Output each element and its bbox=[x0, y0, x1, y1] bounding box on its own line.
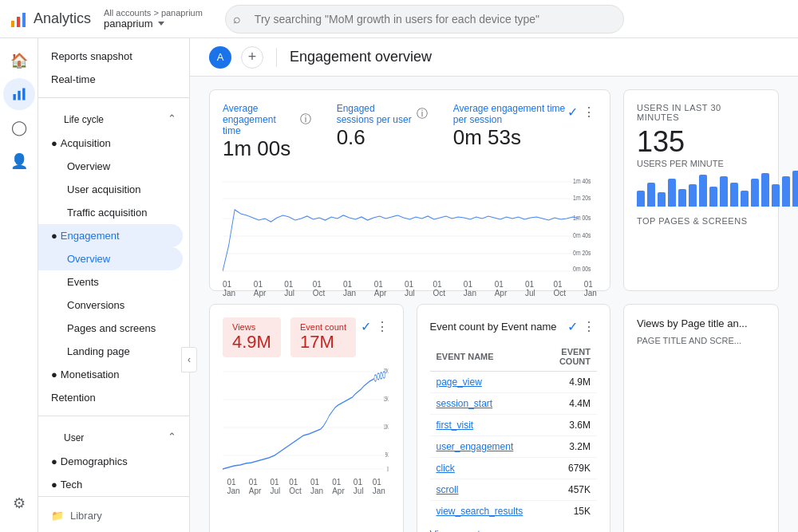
svg-text:0m 20s: 0m 20s bbox=[573, 249, 591, 257]
svg-rect-0 bbox=[11, 21, 14, 27]
event-name-cell[interactable]: click bbox=[430, 458, 530, 479]
event-name-cell[interactable]: first_visit bbox=[430, 415, 530, 436]
sidebar-item-events[interactable]: Events bbox=[38, 270, 189, 294]
mini-bar bbox=[709, 187, 717, 207]
event-name-link[interactable]: first_visit bbox=[437, 420, 474, 431]
search-bar: ⌕ bbox=[225, 5, 624, 33]
engaged-sessions-value: 0.6 bbox=[337, 125, 428, 150]
avatar: A bbox=[209, 46, 231, 69]
mini-bar bbox=[658, 192, 666, 207]
event-count-cell: 679K bbox=[529, 458, 597, 479]
nav-explore-icon[interactable]: ◯ bbox=[3, 112, 35, 144]
sidebar-item-pages-screens[interactable]: Pages and screens bbox=[38, 317, 189, 340]
user-section-title: User bbox=[51, 426, 97, 447]
event-name-cell[interactable]: user_engagement bbox=[430, 436, 530, 458]
account-selector[interactable]: All accounts > panaprium panaprium bbox=[104, 8, 203, 30]
event-name-link[interactable]: user_engagement bbox=[437, 441, 514, 452]
event-name-cell[interactable]: scroll bbox=[430, 479, 530, 501]
sidebar-item-engagement-overview[interactable]: Overview bbox=[38, 247, 183, 270]
event-count-cell: 4.9M bbox=[529, 372, 597, 393]
engagement-card-controls: ✓ ⋮ bbox=[567, 103, 597, 121]
table-row: page_view 4.9M bbox=[430, 372, 598, 393]
sidebar-group-monetisation[interactable]: ● Monetisation bbox=[38, 363, 189, 386]
sidebar-item-real-time[interactable]: Real-time bbox=[38, 68, 189, 91]
event-table-collapse-btn[interactable]: ⋮ bbox=[581, 317, 597, 336]
search-icon: ⌕ bbox=[233, 12, 241, 26]
users-per-minute-chart bbox=[637, 175, 765, 207]
views-metric: Views 4.9M bbox=[223, 317, 281, 357]
svg-rect-4 bbox=[18, 91, 20, 100]
engagement-card: Average engagement time ⓘ 1m 00s Engaged… bbox=[209, 89, 610, 291]
help-icon-2[interactable]: ⓘ bbox=[417, 107, 428, 121]
check-circle-icon-2[interactable]: ✓ bbox=[361, 319, 371, 334]
event-count-cell: 15K bbox=[529, 501, 597, 522]
engagement-chart-svg: 1m 40s 1m 20s 1m 00s 0m 40s 0m 20s 0m 00… bbox=[223, 174, 597, 278]
event-name-cell[interactable]: view_search_results bbox=[430, 501, 530, 522]
event-name-cell[interactable]: session_start bbox=[430, 393, 530, 415]
account-name: panaprium bbox=[104, 18, 203, 30]
events-x-labels: 01Jan 01Apr 01Jul 01Oct 01Jan 01Apr 01Ju… bbox=[223, 478, 390, 495]
sidebar-item-retention[interactable]: Retention bbox=[38, 386, 189, 409]
bottom-cards-row: Views 4.9M Event count 17M ✓ ⋮ bbox=[209, 304, 779, 532]
mini-bar bbox=[720, 176, 728, 207]
sidebar-group-demographics[interactable]: ● Demographics bbox=[38, 450, 189, 473]
avg-engagement-label: Average engagement time ⓘ bbox=[223, 103, 311, 136]
event-count-table: EVENT NAME EVENT COUNT page_view 4.9M se… bbox=[430, 342, 598, 522]
engagement-chart: 1m 40s 1m 20s 1m 00s 0m 40s 0m 20s 0m 00… bbox=[223, 174, 597, 278]
engagement-card-collapse-btn[interactable]: ⋮ bbox=[581, 103, 597, 121]
lifecycle-section-title: Life cycle bbox=[51, 108, 117, 128]
event-count-cell: 3.2M bbox=[529, 436, 597, 458]
event-count-cell: 3.6M bbox=[529, 415, 597, 436]
sidebar-collapse-button[interactable]: ‹ bbox=[181, 347, 197, 372]
nav-ads-icon[interactable]: 👤 bbox=[3, 145, 35, 177]
event-table-card: Event count by Event name ✓ ⋮ EVENT NAME… bbox=[417, 304, 611, 532]
sidebar-group-tech[interactable]: ● Tech bbox=[38, 473, 189, 496]
nav-home-icon[interactable]: 🏠 bbox=[3, 45, 35, 77]
sidebar-item-user-acquisition[interactable]: User acquisition bbox=[38, 178, 189, 201]
event-name-cell[interactable]: page_view bbox=[430, 372, 530, 393]
table-row: first_visit 3.6M bbox=[430, 415, 598, 436]
add-button[interactable]: + bbox=[241, 46, 263, 69]
logo-area: Analytics bbox=[10, 10, 91, 29]
settings-icon[interactable]: ⚙ bbox=[3, 487, 35, 519]
events-chart-card: Views 4.9M Event count 17M ✓ ⋮ bbox=[209, 304, 404, 532]
event-name-link[interactable]: click bbox=[437, 463, 455, 474]
pages-card-title: Views by Page title an... bbox=[637, 317, 765, 329]
sidebar-item-reports-snapshot[interactable]: Reports snapshot bbox=[38, 45, 189, 68]
table-row: session_start 4.4M bbox=[430, 393, 598, 415]
sidebar-group-acquisition[interactable]: ● Acquisition bbox=[38, 132, 189, 155]
nav-reports-icon[interactable] bbox=[3, 78, 35, 110]
sidebar-item-conversions[interactable]: Conversions bbox=[38, 294, 189, 317]
sidebar-item-landing-page[interactable]: Landing page bbox=[38, 340, 189, 363]
event-name-link[interactable]: page_view bbox=[437, 376, 482, 388]
sidebar-divider-2 bbox=[38, 416, 189, 416]
sidebar-item-library[interactable]: 📁 Library bbox=[51, 503, 176, 528]
sidebar-item-overview[interactable]: Overview bbox=[38, 155, 189, 178]
check-circle-icon[interactable]: ✓ bbox=[567, 104, 578, 120]
mini-bar bbox=[637, 191, 645, 207]
event-name-link[interactable]: view_search_results bbox=[437, 506, 523, 517]
events-card-collapse-btn[interactable]: ⋮ bbox=[374, 317, 390, 336]
user-collapse-icon[interactable]: ⌃ bbox=[168, 431, 176, 443]
event-name-link[interactable]: scroll bbox=[437, 484, 459, 495]
main-layout: 🏠 ◯ 👤 ⚙ Reports snapshot Real-time Life … bbox=[0, 38, 798, 532]
help-icon[interactable]: ⓘ bbox=[300, 112, 311, 127]
table-row: user_engagement 3.2M bbox=[430, 436, 598, 458]
events-metrics-row: Views 4.9M Event count 17M bbox=[223, 317, 356, 357]
library-icon: 📁 bbox=[51, 510, 64, 522]
events-chart: 20K 15K 10K 5K 0 bbox=[223, 364, 390, 475]
event-count-value: 17M bbox=[300, 332, 346, 353]
events-card-controls: ✓ ⋮ bbox=[361, 317, 390, 336]
text-sidebar: Reports snapshot Real-time Life cycle ⌃ … bbox=[38, 38, 190, 532]
bullet-tech-icon: ● bbox=[51, 479, 57, 491]
check-circle-icon-3[interactable]: ✓ bbox=[567, 319, 578, 334]
event-count-cell: 457K bbox=[529, 479, 597, 501]
lifecycle-collapse-icon[interactable]: ⌃ bbox=[168, 112, 176, 124]
sidebar-group-engagement[interactable]: ● Engagement bbox=[38, 224, 183, 247]
sidebar-item-traffic-acquisition[interactable]: Traffic acquisition bbox=[38, 201, 189, 224]
event-name-link[interactable]: session_start bbox=[437, 398, 493, 409]
search-input[interactable] bbox=[225, 5, 624, 33]
view-events-link[interactable]: View events → bbox=[430, 522, 598, 532]
app-title: Analytics bbox=[34, 10, 91, 27]
icon-sidebar: 🏠 ◯ 👤 ⚙ bbox=[0, 38, 38, 532]
